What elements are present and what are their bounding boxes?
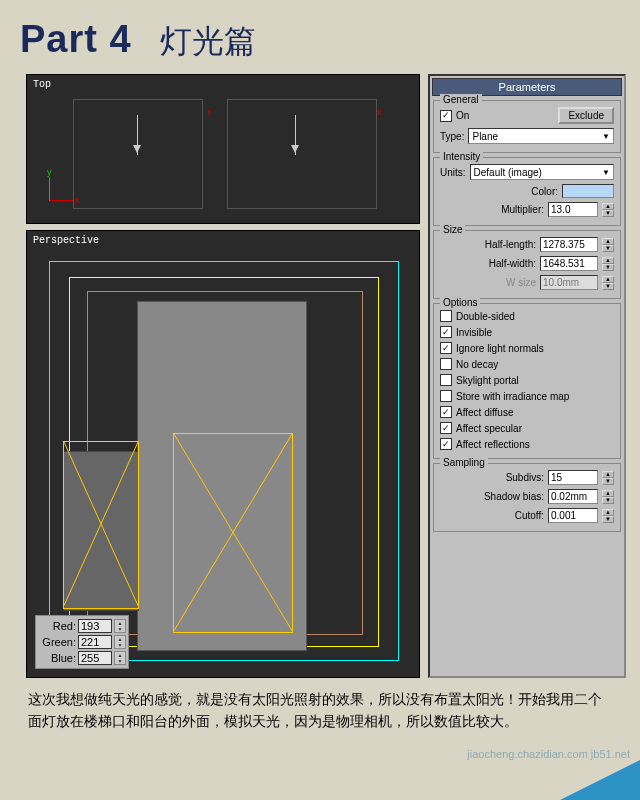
group-sampling-title: Sampling <box>440 457 488 468</box>
option-label: Skylight portal <box>456 375 519 386</box>
group-general: General On Exclude Type: Plane <box>433 100 621 153</box>
group-size: Size Half-length: ▲▼ Half-width: ▲▼ W si… <box>433 230 621 299</box>
option-checkbox[interactable] <box>440 422 452 434</box>
group-sampling: Sampling Subdivs: ▲▼ Shadow bias: ▲▼ Cut… <box>433 463 621 532</box>
corner-triangle-icon <box>560 760 640 800</box>
option-checkbox[interactable] <box>440 310 452 322</box>
spinner-icon[interactable]: ▲▼ <box>602 203 614 217</box>
option-label: Double-sided <box>456 311 515 322</box>
light-plane-gizmo[interactable] <box>63 441 139 609</box>
persp-content <box>27 231 419 677</box>
option-checkbox[interactable] <box>440 358 452 370</box>
group-size-title: Size <box>440 224 465 235</box>
w-size-label: W size <box>506 277 536 288</box>
hud-blue-label: Blue: <box>38 652 76 664</box>
half-width-label: Half-width: <box>489 258 536 269</box>
group-intensity-title: Intensity <box>440 151 483 162</box>
on-label: On <box>456 110 469 121</box>
option-label: Affect specular <box>456 423 522 434</box>
parameters-panel: Parameters General On Exclude Type: Plan… <box>428 74 626 678</box>
subdivs-input[interactable] <box>548 470 598 485</box>
viewports-column: Top x x x y Perspective <box>26 74 420 678</box>
spinner-icon[interactable]: ▲▼ <box>602 490 614 504</box>
option-checkbox[interactable] <box>440 374 452 386</box>
hud-red-input[interactable] <box>78 619 112 633</box>
option-checkbox[interactable] <box>440 390 452 402</box>
hud-green-label: Green: <box>38 636 76 648</box>
type-select[interactable]: Plane <box>468 128 614 144</box>
spinner-icon[interactable]: ▲▼ <box>602 238 614 252</box>
spinner-icon[interactable]: ▲▼ <box>114 619 126 633</box>
group-intensity: Intensity Units: Default (image) Color: … <box>433 157 621 226</box>
option-checkbox[interactable] <box>440 438 452 450</box>
axis-marker: x <box>377 107 382 117</box>
page-title-part: Part 4 <box>20 18 132 61</box>
color-label: Color: <box>531 186 558 197</box>
color-swatch[interactable] <box>562 184 614 198</box>
viewport-perspective[interactable]: Perspective Red: ▲▼ <box>26 230 420 678</box>
spinner-icon: ▲▼ <box>602 276 614 290</box>
option-checkbox[interactable] <box>440 406 452 418</box>
exclude-button[interactable]: Exclude <box>558 107 614 124</box>
w-size-input <box>540 275 598 290</box>
shadow-bias-label: Shadow bias: <box>484 491 544 502</box>
option-checkbox[interactable] <box>440 342 452 354</box>
light-arrow-icon <box>137 115 138 155</box>
option-label: Affect reflections <box>456 439 530 450</box>
option-label: No decay <box>456 359 498 370</box>
group-options: Options Double-sidedInvisibleIgnore ligh… <box>433 303 621 459</box>
axis-gizmo: x y <box>37 173 77 213</box>
subdivs-label: Subdivs: <box>506 472 544 483</box>
option-label: Store with irradiance map <box>456 391 569 402</box>
spinner-icon[interactable]: ▲▼ <box>602 471 614 485</box>
cutoff-label: Cutoff: <box>515 510 544 521</box>
half-width-input[interactable] <box>540 256 598 271</box>
multiplier-label: Multiplier: <box>501 204 544 215</box>
units-label: Units: <box>440 167 466 178</box>
spinner-icon[interactable]: ▲▼ <box>602 257 614 271</box>
shadow-bias-input[interactable] <box>548 489 598 504</box>
type-label: Type: <box>440 131 464 142</box>
option-label: Ignore light normals <box>456 343 544 354</box>
option-label: Affect diffuse <box>456 407 513 418</box>
light-arrow-icon <box>295 115 296 155</box>
axis-x-icon <box>49 200 73 201</box>
hud-green-input[interactable] <box>78 635 112 649</box>
group-options-title: Options <box>440 297 480 308</box>
hud-blue-input[interactable] <box>78 651 112 665</box>
half-length-input[interactable] <box>540 237 598 252</box>
spinner-icon[interactable]: ▲▼ <box>602 509 614 523</box>
multiplier-input[interactable] <box>548 202 598 217</box>
cutoff-input[interactable] <box>548 508 598 523</box>
spinner-icon[interactable]: ▲▼ <box>114 651 126 665</box>
viewport-top[interactable]: Top x x x y <box>26 74 420 224</box>
top-view-content: x x <box>27 75 419 223</box>
axis-marker: x <box>207 107 212 117</box>
page-title-sub: 灯光篇 <box>160 20 256 64</box>
spinner-icon[interactable]: ▲▼ <box>114 635 126 649</box>
units-select[interactable]: Default (image) <box>470 164 614 180</box>
axis-y-label: y <box>47 167 52 177</box>
option-label: Invisible <box>456 327 492 338</box>
option-checkbox[interactable] <box>440 326 452 338</box>
caption-text: 这次我想做纯天光的感觉，就是没有太阳光照射的效果，所以没有布置太阳光！开始我用二… <box>0 678 640 743</box>
on-checkbox[interactable] <box>440 110 452 122</box>
watermark-text: jiaocheng.chazidian.com jb51.net <box>467 748 630 760</box>
half-length-label: Half-length: <box>485 239 536 250</box>
light-plane-gizmo[interactable] <box>173 433 293 633</box>
hud-red-label: Red: <box>38 620 76 632</box>
axis-y-icon <box>49 177 50 201</box>
wire-rect <box>227 99 377 209</box>
group-general-title: General <box>440 94 482 105</box>
color-hud: Red: ▲▼ Green: ▲▼ Blue: ▲▼ <box>35 615 129 669</box>
axis-x-label: x <box>75 195 80 205</box>
